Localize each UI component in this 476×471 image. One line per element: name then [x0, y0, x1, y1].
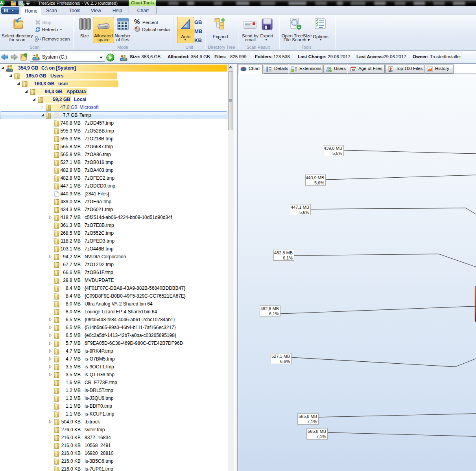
- svg-text:18: 18: [352, 69, 355, 72]
- svg-text:100: 100: [389, 70, 392, 72]
